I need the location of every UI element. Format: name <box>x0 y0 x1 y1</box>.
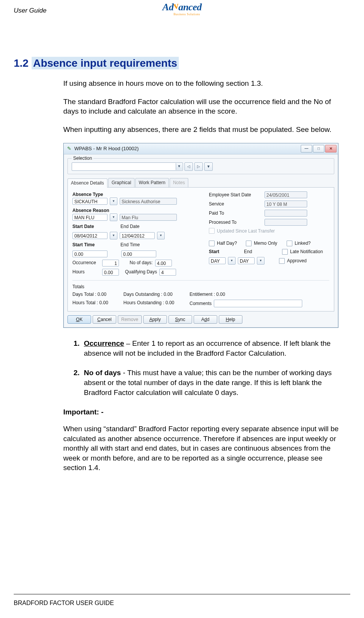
help-button[interactable]: Help <box>219 315 242 324</box>
numbered-list: Occurrence – Enter 1 to report as an occ… <box>63 339 346 397</box>
app-icon: ✎ <box>66 146 72 152</box>
end-date-picker[interactable]: ▼ <box>157 232 165 239</box>
service-value: 10 Y 08 M <box>265 201 307 207</box>
section-number: 1.2 <box>14 57 29 69</box>
absence-reason-code[interactable]: MAN FLU <box>72 214 107 221</box>
selection-label: Selection <box>72 155 93 161</box>
days-outstanding: Days Outstanding : 0.00 <box>123 291 174 297</box>
late-notification-label: Late Notification <box>290 249 323 255</box>
start-time-input[interactable]: 0.00 <box>72 250 107 257</box>
memo-only-label: Memo Only <box>254 240 284 246</box>
tab-absence-details[interactable]: Absence Details <box>67 178 107 188</box>
hours-total: Hours Total : 0.00 <box>72 300 108 306</box>
no-of-days-label: No of days: <box>130 260 153 266</box>
end-sel-label: End <box>244 249 259 255</box>
body-content: If using absence in hours move on to the… <box>63 79 346 473</box>
days-total: Days Total : 0.00 <box>72 291 108 297</box>
absence-details-panel: Absence Type SICKAUTH ▼ Sickness Authori… <box>67 187 334 311</box>
entitlement: Entitlement : 0.00 <box>189 291 302 297</box>
brand-logo: Advanced Business Solutions <box>162 2 202 16</box>
list-item-2-lead: No of days <box>84 369 121 377</box>
emp-start-date-value: 24/05/2001 <box>265 191 307 198</box>
comments-label: Comments <box>189 300 212 307</box>
titlebar: ✎ WPABS - Mr R Hood (10002) — □ ✕ <box>64 143 338 154</box>
approved-checkbox[interactable] <box>279 258 285 264</box>
occurrence-input[interactable]: 1 <box>102 260 119 266</box>
absence-type-label: Absence Type <box>72 191 202 197</box>
qualifying-days-input[interactable]: 4 <box>159 269 176 276</box>
important-label: Important: - <box>63 407 346 417</box>
tab-notes: Notes <box>170 178 188 187</box>
late-notification-checkbox[interactable] <box>282 249 288 255</box>
end-sel-input[interactable]: DAY <box>238 257 255 264</box>
selection-group: Selection ▼ ◁ ▷ ▼ <box>67 158 334 174</box>
remove-button: Remove <box>118 315 142 324</box>
footer-text: BRADFORD FACTOR USER GUIDE <box>14 600 114 607</box>
absence-reason-desc: Man Flu <box>120 214 177 221</box>
end-time-input[interactable]: 0.00 <box>121 250 156 257</box>
record-dropdown-button[interactable]: ▼ <box>204 162 213 171</box>
footer-divider <box>14 594 350 594</box>
start-date-input[interactable]: 08/04/2012 <box>72 232 107 239</box>
tab-work-pattern[interactable]: Work Pattern <box>135 178 169 187</box>
chevron-down-icon: ▼ <box>176 163 182 170</box>
end-date-label: End Date <box>120 223 140 230</box>
next-record-button[interactable]: ▷ <box>194 162 203 171</box>
qualifying-days-label: Qualifying Days <box>125 269 157 275</box>
approved-label: Approved <box>287 258 306 264</box>
page-header: User Guide Advanced Business Solutions <box>14 0 350 30</box>
updated-since-checkbox <box>209 228 215 234</box>
no-of-days-input[interactable]: 4.00 <box>155 260 172 266</box>
doc-header-label: User Guide <box>14 7 47 14</box>
list-item-2: No of days - This must have a value; thi… <box>82 368 346 397</box>
hours-input[interactable]: 0.00 <box>102 269 119 276</box>
absence-type-code[interactable]: SICKAUTH <box>72 198 107 205</box>
prev-record-button[interactable]: ◁ <box>184 162 193 171</box>
linked-checkbox[interactable] <box>287 241 292 246</box>
start-sel-dropdown[interactable]: ▼ <box>228 257 236 265</box>
paid-to-label: Paid To <box>209 210 262 216</box>
start-sel-label: Start <box>209 249 224 255</box>
memo-only-checkbox[interactable] <box>246 241 252 246</box>
sync-button[interactable]: Sync <box>168 315 192 324</box>
half-day-checkbox[interactable] <box>209 241 215 246</box>
occurrence-label: Occurrence <box>72 260 100 266</box>
add-button[interactable]: Add <box>194 315 217 324</box>
start-sel-input[interactable]: DAY <box>209 257 226 264</box>
absence-reason-dropdown[interactable]: ▼ <box>110 213 117 221</box>
absence-type-desc: Sickness Authorise <box>120 198 177 205</box>
apply-button[interactable]: Apply <box>143 315 167 324</box>
comments-input[interactable] <box>214 300 302 307</box>
selection-combo[interactable]: ▼ <box>72 162 183 171</box>
hours-label: Hours <box>72 269 100 275</box>
section-title: Absence input requirements <box>32 57 179 69</box>
list-item-1: Occurrence – Enter 1 to report as an occ… <box>82 339 346 358</box>
emp-start-date-label: Employee Start Date <box>209 192 262 198</box>
paragraph-2: The standard Bradford Factor calculation… <box>63 97 346 116</box>
paragraph-3: When inputting any absences, there are 2… <box>63 125 346 135</box>
paid-to-value <box>265 210 307 217</box>
cancel-button[interactable]: Cancel <box>93 315 116 324</box>
service-label: Service <box>209 201 262 207</box>
tab-graphical[interactable]: Graphical <box>108 178 135 187</box>
start-date-label: Start Date <box>72 223 118 230</box>
maximize-button[interactable]: □ <box>313 145 324 152</box>
ok-button[interactable]: OK <box>67 315 91 324</box>
list-item-2-text: - This must have a value; this can be th… <box>84 369 332 396</box>
updated-since-label: Updated Since Last Transfer <box>217 228 275 234</box>
close-button[interactable]: ✕ <box>325 145 337 152</box>
paragraph-1: If using absence in hours move on to the… <box>63 79 346 88</box>
list-item-1-lead: Occurrence <box>84 339 124 347</box>
window-title: WPABS - Mr R Hood (10002) <box>74 145 139 152</box>
minimize-button[interactable]: — <box>301 145 312 152</box>
start-date-picker[interactable]: ▼ <box>110 232 117 239</box>
end-date-input[interactable]: 12/04/2012 <box>120 232 155 239</box>
absence-type-dropdown[interactable]: ▼ <box>110 197 117 205</box>
wpabs-window: ✎ WPABS - Mr R Hood (10002) — □ ✕ Select… <box>63 143 338 328</box>
linked-label: Linked? <box>295 240 311 246</box>
end-sel-dropdown[interactable]: ▼ <box>257 257 265 265</box>
start-time-label: Start Time <box>72 242 118 248</box>
absence-reason-label: Absence Reason <box>72 207 202 213</box>
processed-to-label: Processed To <box>209 219 262 225</box>
hours-outstanding: Hours Outstanding : 0.00 <box>123 300 174 306</box>
